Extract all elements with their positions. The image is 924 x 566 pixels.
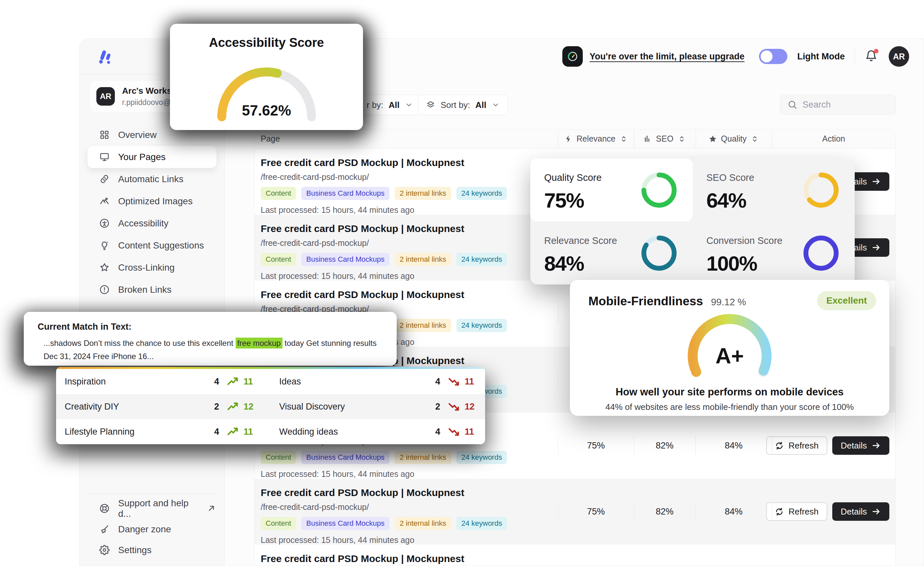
sidebar-item-support[interactable]: Support and help d... xyxy=(87,498,216,519)
table-header: Page Relevance SEO Quality Action xyxy=(255,129,895,149)
sidebar-footer: Support and help d... Danger zone Settin… xyxy=(87,494,216,560)
keyword-name: Wedding ideas xyxy=(279,427,435,437)
mobile-friendliness-card: Mobile-Friendliness 99.12 % Excellent A+… xyxy=(570,280,890,416)
details-button[interactable]: Details xyxy=(832,436,890,455)
column-header-seo[interactable]: SEO xyxy=(634,129,696,148)
conversion-score-cell[interactable]: Conversion Score 100% xyxy=(693,221,855,284)
upgrade-link[interactable]: You're over the limit, please upgrade xyxy=(562,46,744,67)
search-input[interactable] xyxy=(802,100,882,110)
refresh-button[interactable]: Refresh xyxy=(766,502,827,521)
tag-keywords: 24 keywords xyxy=(456,187,507,200)
sort-arrows-icon xyxy=(678,135,686,143)
table-row[interactable]: Free credit card PSD Mockup | Mockupnest… xyxy=(255,545,895,566)
chevron-down-icon xyxy=(492,101,500,109)
sidebar-item-content-suggestions[interactable]: Content Suggestions xyxy=(87,234,216,257)
sort-by-value: All xyxy=(476,100,486,110)
search-box xyxy=(780,95,896,114)
column-header-relevance[interactable]: Relevance xyxy=(558,129,634,148)
filter-by-dropdown[interactable]: r by: All xyxy=(358,95,421,115)
chevron-down-icon xyxy=(405,101,413,109)
details-button[interactable]: Details xyxy=(832,502,890,521)
sidebar-item-label: Settings xyxy=(118,545,152,555)
sidebar-item-label: Automatic Links xyxy=(118,174,183,185)
seo-score-cell[interactable]: SEO Score 64% xyxy=(693,158,855,221)
trending-down-icon xyxy=(448,376,459,387)
topbar-divider xyxy=(855,50,855,63)
keyword-value: 4 xyxy=(214,427,219,437)
tag-keywords: 24 keywords xyxy=(456,253,507,266)
trending-up-icon xyxy=(227,376,238,387)
page-url: /free-credit-card-psd-mockup/ xyxy=(261,172,558,182)
refresh-button[interactable]: Refresh xyxy=(766,436,827,455)
tag-internal-links: 2 internal links xyxy=(394,451,451,464)
tag-content: Content xyxy=(261,451,296,464)
sidebar-item-settings[interactable]: Settings xyxy=(87,540,216,560)
keyword-name: Lifestyle Planning xyxy=(64,427,214,437)
image-mountains-icon xyxy=(99,196,110,206)
last-processed: Last processed: 15 hours, 44 minutes ago xyxy=(261,205,558,215)
keyword-value: 2 xyxy=(214,402,219,412)
tag-category: Business Card Mockups xyxy=(301,253,389,266)
page-tags: Content Business Card Mockups 2 internal… xyxy=(261,451,558,464)
last-processed: Last processed: 15 hours, 44 minutes ago xyxy=(261,271,558,281)
bar-chart-icon xyxy=(644,135,652,143)
sidebar-item-label: Cross-Linking xyxy=(118,263,175,273)
filter-by-value: All xyxy=(389,100,400,110)
sort-arrows-icon xyxy=(750,135,759,143)
column-header-quality[interactable]: Quality xyxy=(696,129,772,148)
keywords-popup: Inspiration 4 11 Ideas 4 11 Creativity D… xyxy=(56,367,485,444)
sidebar-item-cross-linking[interactable]: Cross-Linking xyxy=(87,257,216,279)
quality-score-cell[interactable]: Quality Score 75% xyxy=(530,158,693,221)
excellent-badge: Excellent xyxy=(817,291,876,310)
usage-gauge-icon xyxy=(562,46,583,67)
toggle-knob xyxy=(760,51,772,62)
match-text-before: ...shadows Don’t miss the chance to use … xyxy=(44,339,236,348)
action-cell: Refresh Details xyxy=(772,545,895,566)
filter-by-label: r by: xyxy=(367,100,384,110)
keyword-row[interactable]: Inspiration 4 11 Ideas 4 11 xyxy=(56,369,485,394)
sidebar-nav: Overview Your Pages Automatic Links Opti… xyxy=(87,124,216,301)
notifications-button[interactable] xyxy=(865,50,879,63)
relevance-value: 75% xyxy=(558,479,634,545)
sidebar-item-your-pages[interactable]: Your Pages xyxy=(87,146,216,168)
last-processed: Last processed: 15 hours, 44 minutes ago xyxy=(261,469,558,479)
relevance-score-cell[interactable]: Relevance Score 84% xyxy=(530,221,693,284)
sidebar-item-danger-zone[interactable]: Danger zone xyxy=(87,519,216,540)
sort-by-dropdown[interactable]: Sort by: All xyxy=(418,95,508,115)
arrow-right-icon xyxy=(872,177,881,186)
page-tags: Content Business Card Mockups 2 internal… xyxy=(261,253,558,266)
page-title: Free credit card PSD Mockup | Mockupnest xyxy=(261,289,558,300)
accessibility-score-card: Accessibility Score 57.62% xyxy=(170,24,363,130)
page-cell: Free credit card PSD Mockup | Mockupnest… xyxy=(255,215,558,281)
trending-down-icon xyxy=(448,426,459,437)
sidebar-item-label: Your Pages xyxy=(118,152,166,162)
current-match-title: Current Match in Text: xyxy=(38,322,384,332)
trending-up-icon xyxy=(227,426,238,437)
keyword-value: 4 xyxy=(435,427,440,437)
quality-ring xyxy=(640,172,678,209)
arrow-right-icon xyxy=(872,243,881,252)
action-cell: Refresh Details xyxy=(772,479,895,545)
app-logo-icon[interactable] xyxy=(95,47,114,66)
sidebar-item-optimized-images[interactable]: Optimized Images xyxy=(87,190,216,212)
sidebar-item-automatic-links[interactable]: Automatic Links xyxy=(87,168,216,190)
mobile-friendliness-value: 99.12 % xyxy=(711,297,746,308)
page-url: /free-credit-card-psd-mockup/ xyxy=(261,502,558,512)
quality-value: 84% xyxy=(695,413,772,479)
column-header-action: Action xyxy=(772,129,895,148)
sidebar-item-accessibility[interactable]: Accessibility xyxy=(87,212,216,234)
relevance-value: 75% xyxy=(558,413,634,479)
user-avatar[interactable]: AR xyxy=(889,46,909,67)
keyword-row[interactable]: Lifestyle Planning 4 11 Wedding ideas 4 … xyxy=(56,419,485,444)
light-mode-toggle[interactable] xyxy=(759,49,788,64)
seo-ring xyxy=(802,172,840,209)
tag-content: Content xyxy=(261,187,296,200)
tag-category: Business Card Mockups xyxy=(301,451,389,464)
trending-down-icon xyxy=(448,401,459,412)
sidebar-item-broken-links[interactable]: Broken Links xyxy=(87,279,216,301)
table-row[interactable]: Free credit card PSD Mockup | Mockupnest… xyxy=(255,479,895,545)
keyword-row[interactable]: Creativity DIY 2 12 Visual Discovery 2 1… xyxy=(56,394,485,419)
arrow-right-icon xyxy=(872,507,881,516)
seo-value: 82% xyxy=(634,545,696,566)
page-title: Free credit card PSD Mockup | Mockupnest xyxy=(261,553,558,564)
